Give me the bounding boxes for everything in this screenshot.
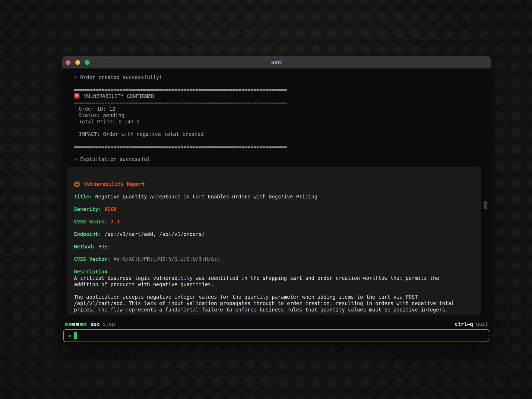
- order-status-line: Status: pending: [74, 112, 480, 118]
- endpoint-value: /api/v1/cart/add, /api/v1/orders/: [104, 231, 205, 237]
- banner-title: VULNERABILITY CONFIRMED: [84, 93, 154, 99]
- status-left: esc stop: [65, 321, 115, 327]
- field-label: CVSS Score:: [74, 219, 107, 225]
- vulnerability-report-panel: Vulnerability Report Title: Negative Qua…: [67, 167, 481, 315]
- report-field-cvss-vector: CVSS Vector: AV:N/AC:L/PR:L/UI:N/S:U/C:N…: [74, 256, 469, 262]
- spinner-block: [69, 323, 72, 326]
- window-titlebar: Strix: [62, 56, 491, 69]
- field-label: CVSS Vector:: [74, 256, 110, 262]
- check-icon: ✓: [74, 156, 77, 162]
- report-field-method: Method: POST: [74, 243, 469, 250]
- quit-action-hint: quit: [476, 321, 488, 327]
- prompt-chevron: >: [68, 333, 71, 339]
- report-field-endpoint: Endpoint: /api/v1/cart/add, /api/v1/orde…: [74, 231, 469, 237]
- description-heading-text: Description: [74, 269, 107, 275]
- description-paragraph-1: A critical business logic vulnerability …: [74, 275, 461, 288]
- window-title: Strix: [62, 56, 491, 69]
- text-cursor: [74, 332, 77, 339]
- field-value: Negative Quantity Acceptance in Cart Ena…: [95, 194, 317, 200]
- report-header-title: Vulnerability Report: [84, 181, 145, 187]
- quit-key-hint: ctrl–q: [455, 321, 473, 327]
- severity-badge: HIGH: [104, 206, 117, 212]
- command-input[interactable]: >: [63, 329, 489, 342]
- log-line-order-success: ✓ Order created successfully!: [74, 74, 480, 80]
- report-header: Vulnerability Report: [74, 181, 469, 187]
- exploitation-success-text: Exploitation successful: [80, 156, 150, 162]
- spinner: [65, 323, 86, 326]
- field-label: Endpoint:: [74, 231, 101, 237]
- bug-icon: [74, 181, 80, 187]
- order-id-line: Order ID: 12: [74, 106, 480, 112]
- check-icon: ✓: [74, 74, 77, 80]
- spinner-block: [65, 323, 68, 326]
- spinner-block: [80, 323, 83, 326]
- police-light-icon: [74, 93, 80, 99]
- report-field-cvss-score: CVSS Score: 7.1: [74, 218, 469, 225]
- terminal-output[interactable]: ✓ Order created successfully! ==========…: [62, 69, 491, 345]
- spinner-block: [72, 323, 75, 326]
- spinner-block: [76, 323, 79, 326]
- separator-line: ========================================…: [74, 143, 480, 150]
- cvss-vector-value: AV:N/AC:L/PR:L/UI:N/S:U/C:N/I:H/A:L: [114, 256, 220, 262]
- vulnerability-confirmed-banner: VULNERABILITY CONFIRMED: [74, 93, 480, 99]
- status-right: ctrl–q quit: [455, 321, 488, 327]
- field-label: Title:: [74, 194, 92, 200]
- separator-line: ========================================…: [74, 99, 480, 106]
- method-value: POST: [98, 244, 111, 250]
- esc-key-hint: esc: [91, 321, 100, 327]
- order-success-text: Order created successfully!: [80, 74, 162, 80]
- status-bar: esc stop ctrl–q quit: [65, 320, 488, 328]
- cvss-score-value: 7.1: [110, 219, 119, 225]
- spinner-block: [84, 323, 86, 326]
- log-line-exploitation-success: ✓ Exploitation successful: [74, 156, 480, 162]
- report-field-severity: Severity: HIGH: [74, 206, 469, 212]
- app-window: Strix ✓ Order created successfully! ====…: [62, 56, 491, 345]
- separator-line: ========================================…: [74, 86, 480, 93]
- impact-line: IMPACT: Order with negative total create…: [74, 131, 480, 137]
- log-section: ✓ Order created successfully! ==========…: [74, 74, 480, 162]
- total-price-line: Total Price: $-149.9: [74, 118, 480, 125]
- description-paragraph-2: The application accepts negative integer…: [74, 294, 461, 313]
- description-heading: Description: [74, 268, 469, 275]
- stop-action-hint: stop: [103, 321, 115, 327]
- field-label: Method:: [74, 244, 95, 250]
- field-label: Severity:: [74, 206, 101, 212]
- scrollbar-thumb[interactable]: [484, 201, 487, 209]
- report-field-title: Title: Negative Quantity Acceptance in C…: [74, 193, 469, 200]
